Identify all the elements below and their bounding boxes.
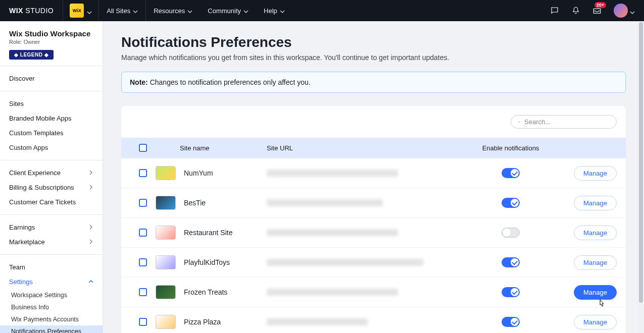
chevron-up-icon	[88, 278, 93, 286]
legend-badge: ◆ LEGEND ◆	[9, 50, 54, 60]
col-site-name: Site name	[156, 144, 267, 152]
sidebar-subitem[interactable]: Notifications Preferences	[0, 325, 103, 333]
sidebar-item[interactable]: Branded Mobile Apps	[0, 111, 103, 126]
bell-icon[interactable]	[565, 0, 586, 21]
enable-toggle[interactable]	[502, 168, 520, 178]
chevron-right-icon	[88, 184, 93, 191]
enable-toggle[interactable]	[502, 198, 520, 208]
nav-help[interactable]: Help	[256, 0, 292, 21]
site-name: PlayfulKidToys	[184, 258, 230, 266]
site-thumbnail	[156, 315, 176, 329]
note-prefix: Note:	[130, 78, 148, 86]
enable-toggle[interactable]	[502, 257, 520, 267]
top-bar: WIX STUDIO WiX All Sites Resources Commu…	[0, 0, 644, 21]
sidebar-item-discover[interactable]: Discover	[0, 71, 103, 86]
account-menu[interactable]	[608, 0, 639, 21]
site-thumbnail	[156, 196, 176, 210]
site-name: Restaurant Site	[184, 229, 233, 237]
sidebar: Wix Studio Workspace Role: Owner ◆ LEGEN…	[0, 21, 103, 333]
site-url-redacted	[267, 199, 383, 206]
sidebar-item[interactable]: Custom Templates	[0, 126, 103, 140]
row-checkbox[interactable]	[139, 318, 147, 326]
table-row: Frozen TreatsManage	[121, 277, 626, 307]
sidebar-subitem[interactable]: Business Info	[0, 301, 103, 313]
manage-button[interactable]: Manage	[574, 255, 617, 270]
sidebar-item[interactable]: Sites	[0, 96, 103, 111]
search-icon	[518, 119, 520, 126]
row-checkbox[interactable]	[139, 199, 147, 207]
top-nav: All Sites Resources Community Help	[99, 0, 292, 21]
page-title: Notifications Preferences	[121, 34, 626, 50]
chat-icon[interactable]	[544, 0, 565, 21]
table-header: Site name Site URL Enable notifications	[121, 138, 626, 158]
page-subtitle: Manage which notifications you get from …	[121, 53, 626, 62]
manage-button[interactable]: Manage	[574, 166, 617, 181]
chevron-right-icon	[88, 224, 93, 231]
chevron-down-icon	[87, 8, 92, 13]
brand-sub: STUDIO	[25, 7, 54, 15]
chevron-down-icon	[280, 8, 285, 13]
manage-button[interactable]: Manage	[574, 196, 617, 210]
sidebar-item[interactable]: Customer Care Tickets	[0, 195, 103, 209]
info-note: Note: Changes to notification preference…	[121, 72, 626, 93]
table-row: BesTieManage	[121, 188, 626, 217]
workspace-title: Wix Studio Workspace	[9, 29, 93, 38]
row-checkbox[interactable]	[139, 229, 147, 237]
app-switcher[interactable]: WiX	[63, 0, 99, 21]
site-name: NumYum	[184, 169, 213, 177]
site-url-redacted	[267, 170, 398, 177]
workspace-role: Role: Owner	[9, 39, 93, 45]
manage-button[interactable]: Manage	[574, 285, 617, 300]
nav-all-sites[interactable]: All Sites	[99, 0, 146, 21]
site-url-redacted	[267, 318, 368, 325]
site-thumbnail	[156, 166, 176, 180]
scrollbar-thumb[interactable]	[639, 22, 643, 303]
row-checkbox[interactable]	[139, 169, 147, 177]
inbox-badge: 20+	[595, 2, 606, 8]
enable-toggle[interactable]	[502, 317, 520, 327]
chevron-down-icon	[630, 8, 635, 13]
brand-logo: WIX STUDIO	[0, 0, 63, 21]
sidebar-item[interactable]: Marketplace	[0, 235, 103, 249]
table-row: Restaurant SiteManage	[121, 217, 626, 247]
avatar	[614, 4, 628, 18]
top-actions: 20+	[544, 0, 644, 21]
chevron-down-icon	[243, 8, 249, 13]
sidebar-item[interactable]: Earnings	[0, 220, 103, 235]
row-checkbox[interactable]	[139, 258, 147, 266]
sidebar-item[interactable]: Custom Apps	[0, 140, 103, 155]
sidebar-item-settings[interactable]: Settings	[0, 274, 103, 289]
site-name: Frozen Treats	[184, 288, 227, 296]
manage-button[interactable]: Manage	[574, 226, 617, 240]
enable-toggle[interactable]	[502, 228, 520, 238]
workspace-header: Wix Studio Workspace Role: Owner ◆ LEGEN…	[0, 21, 103, 66]
row-checkbox[interactable]	[139, 288, 147, 296]
search-input[interactable]	[524, 118, 609, 126]
site-thumbnail	[156, 285, 176, 299]
nav-community[interactable]: Community	[200, 0, 256, 21]
site-url-redacted	[267, 259, 423, 266]
brand-main: WIX	[9, 7, 23, 15]
search-box[interactable]	[511, 115, 617, 129]
select-all-checkbox[interactable]	[139, 144, 147, 152]
col-enable: Enable notifications	[465, 144, 556, 152]
table-toolbar	[121, 106, 626, 138]
note-body: Changes to notification preferences only…	[148, 78, 311, 86]
site-url-redacted	[267, 229, 398, 236]
sites-table-card: Site name Site URL Enable notifications …	[121, 106, 626, 333]
sidebar-item[interactable]: Client Experience	[0, 165, 103, 180]
main-content: Notifications Preferences Manage which n…	[103, 21, 644, 333]
inbox-icon[interactable]: 20+	[586, 0, 608, 21]
sidebar-item[interactable]: Billing & Subscriptions	[0, 180, 103, 195]
sidebar-subitem[interactable]: Wix Payments Accounts	[0, 313, 103, 325]
enable-toggle[interactable]	[502, 287, 520, 297]
sidebar-item-team[interactable]: Team	[0, 260, 103, 274]
site-url-redacted	[267, 289, 398, 296]
table-row: PlayfulKidToysManage	[121, 247, 626, 277]
table-row: NumYumManage	[121, 158, 626, 188]
chevron-right-icon	[88, 238, 93, 246]
manage-button[interactable]: Manage	[574, 315, 617, 329]
nav-resources[interactable]: Resources	[146, 0, 200, 21]
scrollbar[interactable]	[638, 21, 644, 333]
sidebar-subitem[interactable]: Workspace Settings	[0, 289, 103, 301]
